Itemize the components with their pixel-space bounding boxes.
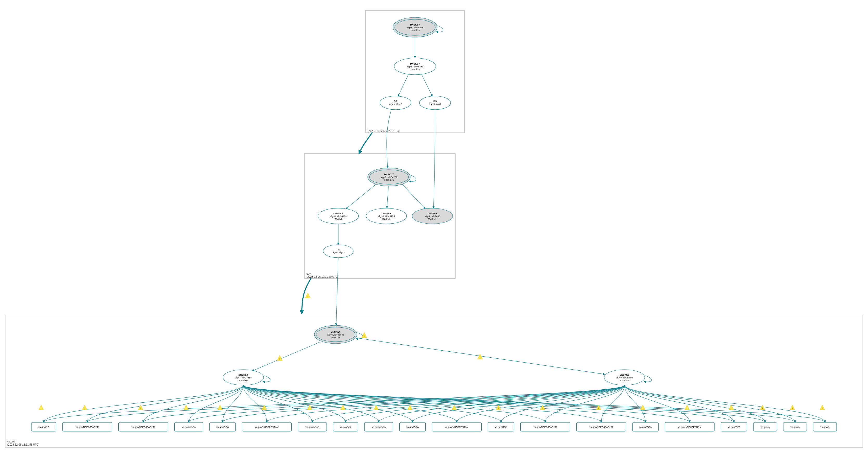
gov-zsk2[interactable]: DNSKEY alg=8, id=49735 1280 bits [366, 208, 407, 224]
svg-text:alg=8, id=7698: alg=8, id=7698 [425, 215, 440, 218]
rrset-label: va.gov/NSEC3PARAM [131, 426, 155, 428]
svg-text:2048 bits: 2048 bits [410, 29, 420, 32]
root-ds2[interactable]: DS digest alg=2 [420, 96, 451, 110]
gov-zsk3[interactable]: DNSKEY alg=8, id=7698 2048 bits [412, 208, 453, 224]
svg-text:!: ! [308, 296, 308, 298]
edge-thick-root-gov [359, 133, 372, 154]
svg-text:!: ! [264, 407, 265, 410]
svg-text:DNSKEY: DNSKEY [410, 62, 420, 65]
warn-icon: ! [305, 293, 310, 298]
svg-text:alg=8, id=20326: alg=8, id=20326 [407, 26, 424, 29]
svg-text:2048 bits: 2048 bits [428, 218, 437, 220]
svg-text:DNSKEY: DNSKEY [238, 373, 248, 376]
svg-text:!: ! [41, 407, 42, 410]
svg-text:DNSKEY: DNSKEY [428, 212, 437, 215]
zone-gov-label: gov [307, 272, 311, 275]
rrset-label: va.gov/SOA [495, 426, 507, 428]
svg-text:!: ! [140, 407, 141, 410]
svg-text:digest alg=2: digest alg=2 [389, 103, 402, 105]
svg-text:2048 bits: 2048 bits [239, 379, 248, 382]
zone-root-label: . [368, 126, 368, 129]
svg-text:DNSKEY: DNSKEY [331, 331, 341, 333]
rrset-label: va.gov/SOA [406, 426, 418, 428]
rrset-label: va.gov/AAAA [306, 426, 319, 428]
svg-text:!: ! [309, 407, 310, 410]
svg-text:!: ! [409, 407, 410, 410]
zone-root-timestamp: (2023-12-06 07:32:21 UTC) [368, 130, 400, 132]
svg-text:!: ! [762, 407, 763, 410]
rrset-label: va.gov/NSEC3PARAM [589, 426, 613, 428]
svg-text:!: ! [480, 357, 480, 359]
rrset-label: va.gov/A [820, 426, 830, 428]
svg-text:!: ! [792, 407, 793, 410]
svg-text:DNSKEY: DNSKEY [410, 24, 420, 26]
svg-text:!: ! [343, 407, 343, 410]
svg-text:DNSKEY: DNSKEY [381, 212, 391, 215]
svg-text:!: ! [598, 407, 599, 410]
svg-text:!: ! [376, 407, 376, 410]
root-ksk[interactable]: DNSKEY alg=8, id=20326 2048 bits [393, 18, 437, 37]
svg-text:alg=7, id=36085: alg=7, id=36085 [327, 333, 344, 336]
gov-ksk[interactable]: DNSKEY alg=8, id=64280 2048 bits [368, 168, 410, 186]
svg-text:!: ! [731, 407, 732, 410]
svg-text:2048 bits: 2048 bits [620, 379, 629, 382]
vagov-ksk[interactable]: DNSKEY alg=7, id=36085 2048 bits [314, 325, 357, 343]
rrset-label: va.gov/AAAA [182, 426, 196, 428]
svg-text:!: ! [687, 407, 687, 410]
svg-text:!: ! [542, 407, 543, 410]
svg-text:DNSKEY: DNSKEY [620, 373, 629, 376]
svg-text:!: ! [84, 407, 85, 410]
rrset-label: va.gov/A [761, 426, 770, 428]
zone-vagov-timestamp: (2023-12-06 13:11:58 UTC) [7, 443, 39, 446]
svg-text:!: ! [643, 407, 643, 410]
rrset-label: va.gov/MX [340, 426, 351, 428]
svg-text:!: ! [822, 407, 823, 410]
svg-text:2048 bits: 2048 bits [410, 68, 420, 71]
vagov-zsk2[interactable]: DNSKEY alg=7, id=29808 2048 bits [604, 370, 645, 385]
vagov-zsk1[interactable]: DNSKEY alg=7, id=37358 2048 bits [223, 370, 264, 385]
rrset-label: va.gov/SOA [639, 426, 652, 428]
rrset-label: va.gov/AAAA [372, 426, 385, 428]
svg-text:DNSKEY: DNSKEY [333, 212, 343, 215]
svg-text:!: ! [364, 335, 365, 338]
svg-text:2048 bits: 2048 bits [384, 179, 394, 181]
rrset-label: va.gov/NSEC3PARAM [533, 426, 557, 428]
svg-text:alg=8, id=10104: alg=8, id=10104 [330, 215, 347, 218]
svg-text:DS: DS [394, 100, 397, 102]
svg-text:!: ! [498, 407, 499, 410]
svg-text:!: ! [454, 407, 455, 410]
svg-text:!: ! [220, 407, 220, 410]
zone-vagov-label: va.gov [7, 440, 15, 443]
svg-text:alg=8, id=46780: alg=8, id=46780 [407, 65, 424, 68]
svg-text:DS: DS [337, 248, 340, 251]
rrset-label: va.gov/NSEC3PARAM [75, 426, 99, 428]
root-zsk[interactable]: DNSKEY alg=8, id=46780 2048 bits [394, 58, 436, 75]
svg-text:DNSKEY: DNSKEY [384, 173, 394, 176]
rrset-label: va.gov/A [790, 426, 800, 428]
svg-text:digest alg=2: digest alg=2 [429, 103, 441, 105]
svg-text:!: ! [186, 407, 187, 410]
svg-text:!: ! [279, 358, 280, 361]
root-ds1[interactable]: DS digest alg=2 [380, 96, 411, 110]
rrset-label: va.gov/SOA [216, 426, 229, 428]
rrset-label: va.gov/NSEC3PARAM [678, 426, 701, 428]
svg-text:DS: DS [433, 100, 437, 102]
rrset-label: va.gov/NS [38, 426, 49, 428]
gov-ds[interactable]: DS digest alg=2 [323, 245, 353, 258]
svg-text:alg=8, id=49735: alg=8, id=49735 [378, 215, 395, 218]
rrset-label: va.gov/NSEC3PARAM [445, 426, 468, 428]
svg-text:digest alg=2: digest alg=2 [332, 251, 345, 254]
svg-text:alg=7, id=29808: alg=7, id=29808 [616, 376, 633, 379]
zone-gov-timestamp: (2023-12-06 10:11:40 UTC) [307, 275, 339, 278]
rrset-label: va.gov/NSEC3PARAM [255, 426, 278, 428]
svg-text:alg=8, id=64280: alg=8, id=64280 [381, 176, 398, 179]
svg-text:2048 bits: 2048 bits [331, 336, 341, 339]
gov-zsk1[interactable]: DNSKEY alg=8, id=10104 1280 bits [318, 208, 359, 224]
rrset-label: va.gov/TXT [728, 426, 740, 428]
svg-text:1280 bits: 1280 bits [382, 218, 391, 220]
svg-text:1280 bits: 1280 bits [334, 218, 343, 220]
svg-text:alg=7, id=37358: alg=7, id=37358 [235, 376, 252, 379]
